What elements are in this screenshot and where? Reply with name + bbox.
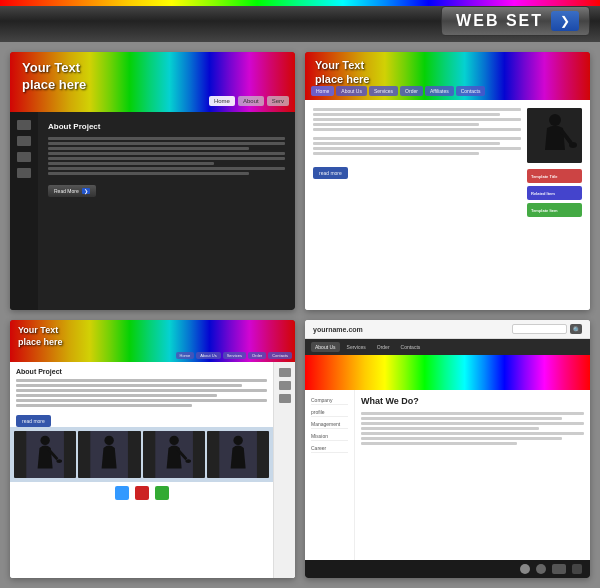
top-bar: WEB SET ❯	[0, 0, 600, 42]
card2-sidebar: Template Title Related Item Template Ite…	[527, 108, 582, 302]
card3-title: Your Text place here	[18, 325, 63, 348]
text-line	[361, 432, 584, 435]
card4-sidebar-profile[interactable]: profile	[311, 408, 348, 417]
text-line	[48, 172, 249, 175]
card2-nav-services[interactable]: Services	[369, 86, 398, 96]
search-button[interactable]: 🔍	[570, 324, 582, 334]
card4-nav-about[interactable]: About Us	[311, 342, 340, 352]
read-more-button[interactable]: Read More ❯	[48, 185, 96, 197]
rainbow-stripe	[0, 0, 600, 6]
card3-nav-services[interactable]: Services	[223, 352, 246, 359]
card4-sidebar-mission[interactable]: Mission	[311, 432, 348, 441]
card3-nav-about[interactable]: About Us	[196, 352, 220, 359]
card3-sidebar-icon-3	[279, 394, 291, 403]
card4-nav-contacts[interactable]: Contacts	[397, 342, 425, 352]
card3-section-title: About Project	[16, 368, 267, 375]
sidebar-icon-4	[17, 168, 31, 178]
text-line	[313, 123, 479, 126]
gallery-item-1	[14, 431, 76, 478]
card2-text-block-2	[313, 137, 521, 155]
card3-gallery	[10, 427, 273, 482]
card1-text-lines	[48, 137, 285, 177]
card3-sidebar-icon-2	[279, 381, 291, 390]
svg-point-7	[56, 459, 62, 463]
text-line	[48, 157, 285, 160]
template-box-2: Related Item	[527, 186, 582, 200]
card1-sidebar	[10, 112, 38, 310]
read-more-button[interactable]: read more	[313, 167, 348, 179]
card2-nav-home[interactable]: Home	[311, 86, 334, 96]
gallery-silhouette-1	[14, 431, 76, 478]
card1-body: About Project Read More ❯	[10, 112, 295, 310]
card4-sidebar-career[interactable]: Career	[311, 444, 348, 453]
text-line	[48, 142, 285, 145]
text-line	[16, 404, 192, 407]
text-line	[48, 167, 285, 170]
color-dot-green[interactable]	[155, 486, 169, 500]
card4-sidebar-company[interactable]: Company	[311, 396, 348, 405]
card2-nav-affiliates[interactable]: Affiliates	[425, 86, 454, 96]
text-line	[361, 422, 584, 425]
template-boxes: Template Title Related Item Template Ite…	[527, 169, 582, 217]
svg-point-11	[169, 436, 178, 445]
card3-read-more-button[interactable]: read more	[16, 415, 51, 427]
card3-body: About Project read more	[10, 362, 295, 578]
card3-nav-home[interactable]: Home	[176, 352, 195, 359]
card3-sidebar-icon-1	[279, 368, 291, 377]
sidebar-icon-1	[17, 120, 31, 130]
search-input[interactable]	[512, 324, 567, 334]
color-dot-red[interactable]	[135, 486, 149, 500]
text-line	[48, 137, 285, 140]
svg-point-5	[40, 436, 49, 445]
card2-nav-about[interactable]: About Us	[336, 86, 367, 96]
text-line	[313, 118, 521, 121]
card1-nav-home[interactable]: Home	[209, 96, 235, 106]
template-box-1: Template Title	[527, 169, 582, 183]
template-box-3: Template Item	[527, 203, 582, 217]
card1-section-title: About Project	[48, 122, 285, 131]
web-set-title: WEB SET	[456, 12, 543, 30]
card3-footer	[16, 482, 267, 504]
card2-header: Your Text place here Home About Us Servi…	[305, 52, 590, 100]
footer-icon-4	[572, 564, 582, 574]
text-line	[313, 137, 521, 140]
svg-point-1	[549, 114, 561, 126]
card4-section-title: What We Do?	[361, 396, 584, 406]
card2-main: read more	[313, 108, 521, 302]
card4-text-lines	[361, 412, 584, 445]
card4-main: What We Do?	[355, 390, 590, 560]
card3-nav-contacts[interactable]: Contacts	[268, 352, 292, 359]
web-set-badge: WEB SET ❯	[441, 6, 590, 36]
footer-icon-3	[552, 564, 566, 574]
svg-point-13	[185, 459, 191, 463]
text-line	[313, 142, 500, 145]
card1-title: Your Text place here	[22, 60, 86, 94]
main-grid: Your Text place here Home About Serv Abo…	[0, 42, 600, 588]
color-dot-blue[interactable]	[115, 486, 129, 500]
text-line	[48, 147, 249, 150]
footer-icon-1	[520, 564, 530, 574]
card4-nav-order[interactable]: Order	[373, 342, 394, 352]
gallery-silhouette-3	[143, 431, 205, 478]
card-template-2: Your Text place here Home About Us Servi…	[305, 52, 590, 310]
card2-title: Your Text place here	[315, 58, 369, 87]
card2-nav-contacts[interactable]: Contacts	[456, 86, 486, 96]
text-line	[16, 394, 217, 397]
card4-search: 🔍	[512, 324, 582, 334]
card1-nav-about[interactable]: About	[238, 96, 264, 106]
arrow-button[interactable]: ❯	[551, 11, 579, 31]
text-line	[16, 399, 267, 402]
card1-nav-services[interactable]: Serv	[267, 96, 289, 106]
card4-sidebar-management[interactable]: Management	[311, 420, 348, 429]
person-silhouette-svg	[527, 108, 582, 163]
svg-point-9	[105, 436, 114, 445]
card4-nav-services[interactable]: Services	[343, 342, 370, 352]
card4-sidebar: Company profile Management Mission Caree…	[305, 390, 355, 560]
card4-footer	[305, 560, 590, 578]
card4-hero-rainbow	[305, 355, 590, 390]
card-template-3: Your Text place here Home About Us Servi…	[10, 320, 295, 578]
gallery-item-4	[207, 431, 269, 478]
card2-nav-order[interactable]: Order	[400, 86, 423, 96]
text-line	[48, 152, 285, 155]
card3-nav-order[interactable]: Order	[248, 352, 266, 359]
